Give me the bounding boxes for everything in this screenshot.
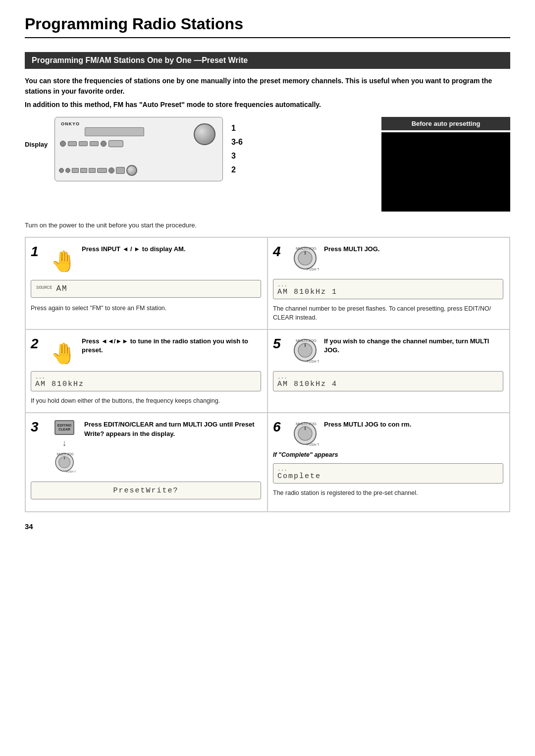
step-4-display: ... AM 810kHz 1 — [273, 279, 503, 299]
svg-text:MULTI JOG: MULTI JOG — [296, 338, 317, 343]
display-label: Display — [25, 141, 48, 148]
hand-press-icon-2: 🤚 — [50, 337, 77, 364]
step-1-body: Press again to select "FM" to store an F… — [31, 304, 261, 313]
hand-press-icon: 🤚 — [50, 245, 77, 272]
knob-icon-3: MULTI JOG PUSH TO ENTER — [54, 451, 76, 474]
step-3-cell: 3 EDIT/NOCLEAR ↓ MULTI JOG PUSH TO ENTER… — [25, 413, 268, 512]
step-6-display: ... Complete — [273, 463, 503, 484]
svg-text:PUSH TO ENTER: PUSH TO ENTER — [307, 360, 319, 363]
before-auto-label: Before auto presetting — [381, 117, 510, 130]
intro-text-1: You can store the frequencies of station… — [25, 76, 510, 97]
step-3-display: PresetWrite? — [31, 482, 261, 499]
diagram-numbers: 1 3-6 3 2 — [231, 124, 243, 174]
step-5-heading: If you wish to change the channel number… — [324, 337, 503, 355]
step-4-cell: 4 MULTI JOG PUSH TO ENTER Press MULTI JO… — [268, 237, 510, 329]
svg-text:PUSH TO ENTER: PUSH TO ENTER — [307, 443, 319, 446]
step-1-heading: Press INPUT ◄ / ► to display AM. — [82, 245, 261, 254]
knob-icon-4: MULTI JOG PUSH TO ENTER — [292, 245, 319, 272]
step-2-body: If you hold down either of the buttons, … — [31, 396, 261, 405]
svg-text:🤚: 🤚 — [51, 341, 77, 364]
black-screen — [381, 132, 510, 212]
svg-text:MULTI JOG: MULTI JOG — [56, 453, 73, 456]
step-5-number: 5 — [273, 337, 287, 351]
section-header: Programming FM/AM Stations One by One —P… — [25, 52, 510, 69]
step-6-body: The radio station is registered to the p… — [273, 488, 503, 497]
step-6-italic-note: If "Complete" appears — [273, 451, 503, 458]
step-3-number: 3 — [31, 420, 45, 434]
step-2-number: 2 — [31, 337, 45, 351]
step-1-display: SOURCE AM — [31, 280, 261, 298]
step-1-cell: 1 🤚 Press INPUT ◄ / ► to display AM. SOU… — [25, 237, 268, 329]
step-5-cell: 5 MULTI JOG PUSH TO ENTER If you wish to… — [268, 329, 510, 413]
page-number: 34 — [25, 522, 510, 531]
step-3-heading: Press EDIT/NO/CLEAR and turn MULTI JOG u… — [84, 420, 261, 438]
svg-text:PUSH TO ENTER: PUSH TO ENTER — [307, 268, 319, 271]
step-5-display: ... AM 810kHz 4 — [273, 371, 503, 391]
turn-on-text: Turn on the power to the unit before you… — [25, 221, 510, 229]
step-2-heading: Press ◄◄/►► to tune in the radio station… — [82, 337, 261, 355]
svg-text:MULTI JOG: MULTI JOG — [296, 422, 317, 426]
step-6-cell: 6 MULTI JOG PUSH TO ENTER Press MUTLI JO… — [268, 413, 510, 512]
knob-icon-6: MULTI JOG PUSH TO ENTER — [292, 420, 319, 447]
svg-text:MULTI JOG: MULTI JOG — [296, 246, 317, 251]
step-1-number: 1 — [31, 245, 45, 259]
step-4-number: 4 — [273, 245, 287, 259]
step-2-cell: 2 🤚 Press ◄◄/►► to tune in the radio sta… — [25, 329, 268, 413]
svg-text:🤚: 🤚 — [51, 249, 77, 272]
steps-grid: 1 🤚 Press INPUT ◄ / ► to display AM. SOU… — [25, 237, 510, 512]
knob-icon-5: MULTI JOG PUSH TO ENTER — [292, 337, 319, 364]
edit-button-icon: EDIT/NOCLEAR — [54, 420, 74, 435]
page-title: Programming Radio Stations — [25, 15, 510, 38]
step-4-body: The channel number to be preset flashes.… — [273, 304, 503, 322]
step-6-number: 6 — [273, 420, 287, 434]
step-4-heading: Press MULTI JOG. — [324, 245, 503, 254]
step-6-heading: Press MUTLI JOG to con rm. — [324, 420, 503, 429]
svg-text:PUSH TO ENTER: PUSH TO ENTER — [65, 470, 75, 473]
device-illustration: ONKYO — [54, 117, 223, 181]
step-2-display: ... AM 810kHz — [31, 371, 261, 391]
intro-text-2: In addition to this method, FM has "Auto… — [25, 100, 510, 110]
